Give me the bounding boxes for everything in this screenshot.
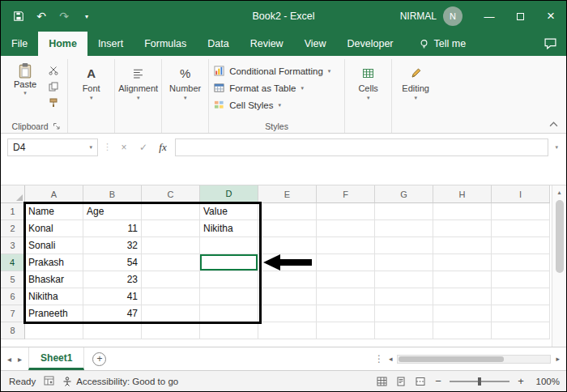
cell-B3[interactable]: 32: [83, 237, 142, 254]
cell-F7[interactable]: [317, 305, 375, 322]
cell-I2[interactable]: [492, 220, 550, 237]
clipboard-dialog-launcher[interactable]: [53, 122, 60, 130]
name-box[interactable]: D4 ▾: [7, 138, 98, 156]
cell-A6[interactable]: Nikitha: [25, 288, 83, 305]
close-button[interactable]: ×: [535, 1, 566, 32]
number-group[interactable]: % Number ▾: [162, 59, 209, 133]
horizontal-scrollbar[interactable]: [397, 355, 551, 364]
cell-C8[interactable]: [142, 322, 200, 339]
cell-G4[interactable]: [375, 254, 433, 271]
cell-F8[interactable]: [317, 322, 375, 339]
sheet-nav-right-icon[interactable]: ▸: [18, 355, 22, 364]
minimize-button[interactable]: —: [474, 1, 505, 32]
cell-D7[interactable]: [200, 305, 258, 322]
cut-button[interactable]: [46, 64, 61, 77]
tab-formulas[interactable]: Formulas: [134, 32, 197, 56]
cell-H4[interactable]: [433, 254, 492, 271]
hscroll-right-icon[interactable]: ▸: [554, 355, 561, 363]
row-header-4[interactable]: 4: [1, 254, 25, 271]
insert-function-button[interactable]: fx: [156, 141, 170, 154]
cell-G3[interactable]: [375, 237, 433, 254]
account-name[interactable]: NIRMAL: [400, 11, 437, 22]
cell-C6[interactable]: [142, 288, 200, 305]
cell-G8[interactable]: [375, 322, 433, 339]
cell-G5[interactable]: [375, 271, 433, 288]
undo-button[interactable]: ↶: [32, 6, 51, 26]
cell-C5[interactable]: [142, 271, 200, 288]
tab-developer[interactable]: Developer: [337, 32, 404, 56]
zoom-out-button[interactable]: −: [433, 375, 443, 387]
avatar[interactable]: N: [443, 6, 463, 26]
comments-icon[interactable]: [544, 38, 556, 49]
row-header-8[interactable]: 8: [1, 322, 25, 339]
tab-view[interactable]: View: [294, 32, 337, 56]
cell-I7[interactable]: [492, 305, 550, 322]
page-break-view-button[interactable]: [414, 375, 427, 388]
column-header-A[interactable]: A: [25, 185, 83, 203]
maximize-button[interactable]: [505, 1, 535, 32]
cell-C7[interactable]: [142, 305, 200, 322]
hscroll-left-icon[interactable]: ◂: [387, 355, 394, 363]
cell-G1[interactable]: [375, 203, 433, 220]
cell-E2[interactable]: [258, 220, 317, 237]
format-as-table-button[interactable]: Format as Table ▾: [214, 79, 304, 96]
tab-file[interactable]: File: [1, 32, 38, 56]
select-all-button[interactable]: [1, 185, 25, 203]
row-header-2[interactable]: 2: [1, 220, 25, 237]
row-header-3[interactable]: 3: [1, 237, 25, 254]
column-header-E[interactable]: E: [258, 185, 317, 203]
cell-B4[interactable]: 54: [83, 254, 142, 271]
cell-A1[interactable]: Name: [25, 203, 83, 220]
cell-E8[interactable]: [258, 322, 317, 339]
vertical-scrollbar[interactable]: ▴: [552, 185, 566, 347]
copy-button[interactable]: [46, 80, 61, 93]
macro-record-button[interactable]: [44, 376, 54, 387]
cell-I4[interactable]: [492, 254, 550, 271]
tell-me-box[interactable]: Tell me: [419, 32, 467, 56]
cell-F6[interactable]: [317, 288, 375, 305]
tab-insert[interactable]: Insert: [87, 32, 134, 56]
normal-view-button[interactable]: [375, 375, 388, 388]
font-group[interactable]: A Font ▾: [68, 59, 115, 133]
cell-F1[interactable]: [317, 203, 375, 220]
cell-H5[interactable]: [433, 271, 492, 288]
collapse-ribbon-button[interactable]: [549, 116, 558, 130]
cell-D2[interactable]: Nikitha: [200, 220, 258, 237]
cell-G6[interactable]: [375, 288, 433, 305]
cell-B2[interactable]: 11: [83, 220, 142, 237]
cell-C1[interactable]: [142, 203, 200, 220]
cell-E7[interactable]: [258, 305, 317, 322]
cell-styles-button[interactable]: Cell Styles ▾: [214, 96, 281, 113]
new-sheet-button[interactable]: +: [92, 352, 106, 366]
cancel-entry-button[interactable]: ×: [117, 142, 131, 153]
cell-H8[interactable]: [433, 322, 492, 339]
cell-C3[interactable]: [142, 237, 200, 254]
cell-I8[interactable]: [492, 322, 550, 339]
cell-G7[interactable]: [375, 305, 433, 322]
formula-input[interactable]: [175, 138, 548, 156]
alignment-group[interactable]: Alignment ▾: [115, 59, 162, 133]
cell-D6[interactable]: [200, 288, 258, 305]
sheet-tab-sheet1[interactable]: Sheet1: [28, 347, 84, 370]
page-layout-view-button[interactable]: [394, 375, 407, 388]
cells-group[interactable]: Cells ▾: [345, 59, 392, 133]
zoom-in-button[interactable]: +: [516, 375, 526, 387]
cell-H2[interactable]: [433, 220, 492, 237]
cell-B7[interactable]: 47: [83, 305, 142, 322]
column-header-H[interactable]: H: [433, 185, 492, 203]
column-header-C[interactable]: C: [142, 185, 200, 203]
cell-A5[interactable]: Bhaskar: [25, 271, 83, 288]
row-header-7[interactable]: 7: [1, 305, 25, 322]
cell-B1[interactable]: Age: [83, 203, 142, 220]
cell-I5[interactable]: [492, 271, 550, 288]
column-header-F[interactable]: F: [317, 185, 375, 203]
cell-D3[interactable]: [200, 237, 258, 254]
tab-home[interactable]: Home: [38, 32, 87, 56]
cell-D5[interactable]: [200, 271, 258, 288]
cell-F5[interactable]: [317, 271, 375, 288]
zoom-slider-thumb[interactable]: [478, 377, 481, 386]
cell-B5[interactable]: 23: [83, 271, 142, 288]
cell-A4[interactable]: Prakash: [25, 254, 83, 271]
sheet-nav-left-icon[interactable]: ◂: [7, 355, 11, 364]
horizontal-scrollbar-thumb[interactable]: [399, 356, 504, 362]
